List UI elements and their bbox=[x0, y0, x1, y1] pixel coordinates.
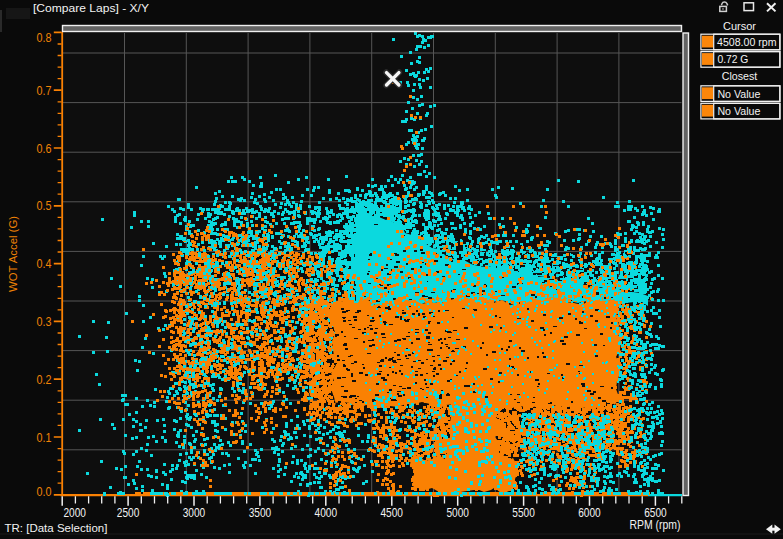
svg-text:0.0: 0.0 bbox=[37, 484, 52, 499]
svg-text:0.5: 0.5 bbox=[37, 198, 52, 213]
svg-text:RPM (rpm): RPM (rpm) bbox=[630, 517, 681, 532]
svg-text:3000: 3000 bbox=[183, 505, 206, 520]
svg-text:TR: [Data Selection]: TR: [Data Selection] bbox=[5, 522, 108, 534]
svg-text:0.8: 0.8 bbox=[37, 30, 52, 45]
svg-text:0.72 G: 0.72 G bbox=[717, 53, 748, 65]
svg-text:5000: 5000 bbox=[446, 505, 469, 520]
svg-text:0.1: 0.1 bbox=[37, 430, 52, 445]
svg-text:0.7: 0.7 bbox=[37, 83, 52, 98]
svg-text:0.3: 0.3 bbox=[37, 314, 52, 329]
svg-text:WOT Accel (G): WOT Accel (G) bbox=[7, 216, 19, 292]
svg-text:0.2: 0.2 bbox=[37, 372, 52, 387]
svg-text:3500: 3500 bbox=[249, 505, 272, 520]
svg-text:2500: 2500 bbox=[117, 505, 140, 520]
svg-text:[Compare Laps] - X/Y: [Compare Laps] - X/Y bbox=[33, 2, 149, 14]
svg-text:2000: 2000 bbox=[64, 505, 87, 520]
svg-text:0.4: 0.4 bbox=[37, 256, 52, 271]
svg-text:Cursor: Cursor bbox=[723, 20, 756, 32]
svg-text:No Value: No Value bbox=[717, 105, 760, 117]
svg-text:4000: 4000 bbox=[315, 505, 338, 520]
svg-text:Closest: Closest bbox=[722, 70, 758, 82]
svg-text:No Value: No Value bbox=[717, 88, 760, 100]
svg-text:0.6: 0.6 bbox=[37, 141, 52, 156]
svg-text:4500: 4500 bbox=[380, 505, 403, 520]
svg-text:4508.00 rpm: 4508.00 rpm bbox=[717, 36, 777, 48]
svg-text:6000: 6000 bbox=[578, 505, 601, 520]
svg-text:5500: 5500 bbox=[512, 505, 535, 520]
